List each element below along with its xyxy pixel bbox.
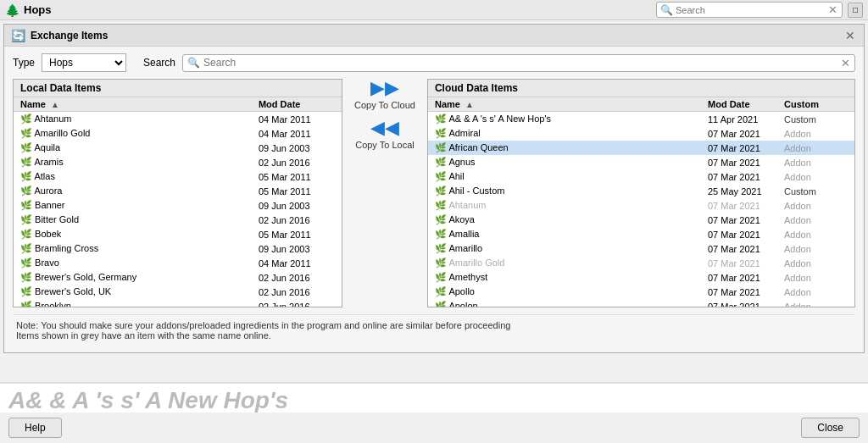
hop-icon: 🌿: [20, 229, 32, 239]
cloud-row-name: 🌿 Akoya: [435, 214, 708, 225]
cloud-row-name: 🌿 Apollo: [435, 286, 708, 297]
copy-to-cloud-button[interactable]: ▶▶ Copy To Cloud: [354, 79, 415, 110]
cloud-col-custom: Custom: [784, 99, 848, 109]
table-row[interactable]: 🌿 Bramling Cross 09 Jun 2003: [14, 241, 342, 256]
table-row[interactable]: 🌿 Amethyst 07 Mar 2021 Addon: [428, 270, 854, 285]
dialog-content: Type Hops Search 🔍 ✕ Local Data Items Na…: [4, 47, 864, 352]
local-row-moddate: 02 Jun 2016: [259, 158, 335, 168]
cloud-row-moddate: 07 Mar 2021: [708, 201, 784, 211]
filter-row: Type Hops Search 🔍 ✕: [13, 53, 855, 72]
local-row-moddate: 09 Jun 2003: [259, 201, 335, 211]
cloud-row-moddate: 07 Mar 2021: [708, 273, 784, 283]
local-panel-title: Local Data Items: [14, 80, 342, 97]
local-row-name: 🌿 Aramis: [20, 157, 259, 168]
table-row[interactable]: 🌿 Banner 09 Jun 2003: [14, 198, 342, 213]
table-row[interactable]: 🌿 Bobek 05 Mar 2011: [14, 227, 342, 241]
cloud-row-name: 🌿 Agnus: [435, 157, 708, 168]
cloud-table-body[interactable]: 🌿 A& & A 's s' A New Hop's 11 Apr 2021 C…: [428, 112, 854, 307]
title-btn-1[interactable]: □: [848, 3, 863, 18]
cloud-row-custom: Addon: [784, 258, 848, 269]
table-row[interactable]: 🌿 Amarillo 07 Mar 2021 Addon: [428, 241, 854, 256]
search-clear-icon[interactable]: ✕: [841, 57, 850, 69]
cloud-col-name: Name ▲: [435, 99, 708, 109]
title-search-clear-icon[interactable]: ✕: [828, 3, 837, 16]
local-row-name: 🌿 Atlas: [20, 171, 259, 182]
table-row[interactable]: 🌿 Atlas 05 Mar 2011: [14, 169, 342, 184]
table-row[interactable]: 🌿 Brewer's Gold, Germany 02 Jun 2016: [14, 270, 342, 285]
title-bar: 🌲 Hops 🔍 ✕ □: [0, 0, 868, 20]
search-box[interactable]: 🔍 ✕: [182, 54, 855, 72]
cloud-row-moddate: 07 Mar 2021: [708, 230, 784, 240]
table-row[interactable]: 🌿 Ahil 07 Mar 2021 Addon: [428, 169, 854, 184]
cloud-row-custom: Addon: [784, 287, 848, 297]
bottom-preview-text: A& & A 's s' A New Hop's: [8, 387, 288, 413]
title-search-box[interactable]: 🔍 ✕: [656, 2, 843, 18]
local-table-body[interactable]: 🌿 Ahtanum 04 Mar 2011 🌿 Amarillo Gold 04…: [14, 112, 342, 307]
search-input[interactable]: [203, 57, 841, 69]
local-row-name: 🌿 Bramling Cross: [20, 243, 259, 254]
table-row[interactable]: 🌿 Bitter Gold 02 Jun 2016: [14, 213, 342, 227]
table-row[interactable]: 🌿 Aquila 09 Jun 2003: [14, 141, 342, 155]
local-row-moddate: 09 Jun 2003: [259, 143, 335, 153]
table-row[interactable]: 🌿 Amallia 07 Mar 2021 Addon: [428, 227, 854, 241]
local-table-header: Name ▲ Mod Date: [14, 97, 342, 112]
close-button[interactable]: Close: [801, 418, 860, 438]
hop-icon: 🌿: [20, 157, 32, 167]
table-row[interactable]: 🌿 Brooklyn 02 Jun 2016: [14, 299, 342, 307]
hop-icon: 🌿: [20, 243, 32, 253]
bottom-preview: A& & A 's s' A New Hop's: [0, 382, 868, 413]
hop-icon: 🌿: [20, 286, 32, 296]
local-col-name: Name ▲: [20, 99, 259, 109]
table-row[interactable]: 🌿 Amarillo Gold 04 Mar 2011: [14, 126, 342, 141]
hop-icon: 🌿: [20, 214, 32, 224]
type-select[interactable]: Hops: [42, 53, 126, 72]
table-row[interactable]: 🌿 Brewer's Gold, UK 02 Jun 2016: [14, 285, 342, 299]
table-row[interactable]: 🌿 Ahtanum 04 Mar 2011: [14, 112, 342, 126]
table-row[interactable]: 🌿 Ahtanum 07 Mar 2021 Addon: [428, 198, 854, 213]
local-row-name: 🌿 Brewer's Gold, Germany: [20, 272, 259, 283]
hop-icon: 🌿: [435, 257, 447, 268]
table-row[interactable]: 🌿 Bravo 04 Mar 2011: [14, 256, 342, 270]
hop-icon: 🌿: [435, 286, 447, 296]
cloud-row-custom: Addon: [784, 273, 848, 283]
local-row-moddate: 09 Jun 2003: [259, 244, 335, 254]
table-row[interactable]: 🌿 Aramis 02 Jun 2016: [14, 155, 342, 169]
local-row-name: 🌿 Brooklyn: [20, 301, 259, 307]
table-row[interactable]: 🌿 Amarillo Gold 07 Mar 2021 Addon: [428, 256, 854, 270]
table-row[interactable]: 🌿 Aurora 05 Mar 2011: [14, 184, 342, 198]
cloud-row-custom: Addon: [784, 230, 848, 240]
cloud-row-moddate: 07 Mar 2021: [708, 215, 784, 225]
copy-to-local-button[interactable]: ◀◀ Copy To Local: [355, 119, 415, 150]
cloud-row-name: 🌿 Amarillo: [435, 243, 708, 254]
panels-row: Local Data Items Name ▲ Mod Date 🌿 Ahtan…: [13, 79, 855, 307]
cloud-row-name: 🌿 African Queen: [435, 142, 708, 153]
title-search-input[interactable]: [676, 5, 828, 15]
copy-to-local-label: Copy To Local: [355, 140, 415, 150]
table-row[interactable]: 🌿 African Queen 07 Mar 2021 Addon: [428, 141, 854, 155]
table-row[interactable]: 🌿 Akoya 07 Mar 2021 Addon: [428, 213, 854, 227]
table-row[interactable]: 🌿 Agnus 07 Mar 2021 Addon: [428, 155, 854, 169]
local-row-name: 🌿 Brewer's Gold, UK: [20, 286, 259, 297]
dialog-close-button[interactable]: ✕: [843, 29, 857, 42]
cloud-row-custom: Addon: [784, 215, 848, 225]
local-row-name: 🌿 Banner: [20, 200, 259, 211]
cloud-row-moddate: 07 Mar 2021: [708, 258, 784, 269]
local-row-name: 🌿 Bravo: [20, 257, 259, 269]
cloud-row-moddate: 25 May 2021: [708, 186, 784, 197]
cloud-row-moddate: 07 Mar 2021: [708, 129, 784, 139]
note-line2: Items shown in grey have an item with th…: [16, 330, 852, 341]
title-bar-buttons: □: [848, 3, 863, 18]
table-row[interactable]: 🌿 A& & A 's s' A New Hop's 11 Apr 2021 C…: [428, 112, 854, 126]
hop-icon: 🌿: [20, 114, 32, 124]
local-row-moddate: 02 Jun 2016: [259, 215, 335, 225]
help-button[interactable]: Help: [8, 418, 62, 438]
table-row[interactable]: 🌿 Admiral 07 Mar 2021 Addon: [428, 126, 854, 141]
table-row[interactable]: 🌿 Ahil - Custom 25 May 2021 Custom: [428, 184, 854, 198]
table-row[interactable]: 🌿 Apolon 07 Mar 2021 Addon: [428, 299, 854, 307]
title-search-icon: 🔍: [660, 4, 673, 16]
table-row[interactable]: 🌿 Apollo 07 Mar 2021 Addon: [428, 285, 854, 299]
cloud-row-moddate: 07 Mar 2021: [708, 244, 784, 254]
cloud-row-name: 🌿 Amarillo Gold: [435, 257, 708, 269]
cloud-row-moddate: 07 Mar 2021: [708, 143, 784, 153]
search-label: Search: [143, 57, 175, 69]
